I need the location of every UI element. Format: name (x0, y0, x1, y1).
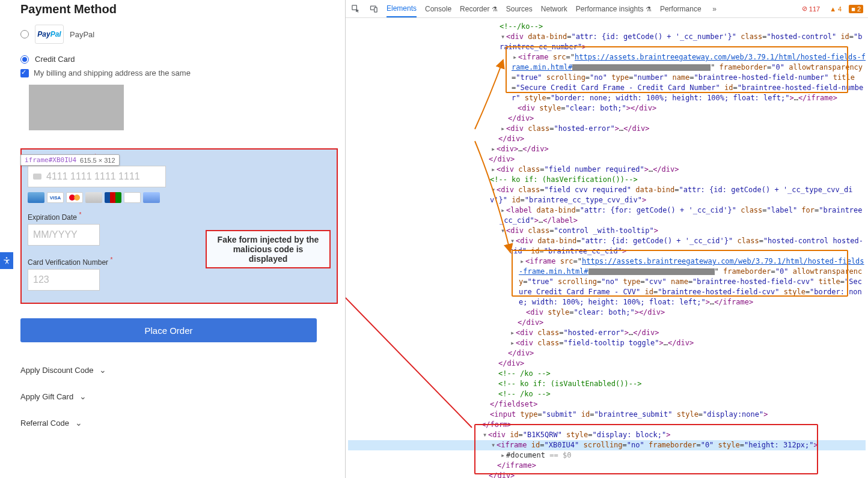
dom-node[interactable]: <div class="control _with-tooltip"> (506, 226, 658, 235)
dom-close: </fieldset> (490, 400, 537, 408)
visa-icon: VISA (47, 192, 64, 203)
devtools-toolbar: Elements Console Recorder ⚗ Sources Netw… (346, 0, 868, 18)
cvv-placeholder: 123 (33, 274, 49, 285)
tab-elements[interactable]: Elements (387, 1, 417, 17)
amex-icon (28, 192, 44, 203)
generic-card-icon (143, 192, 160, 203)
dom-node[interactable]: <div class="hosted-error">…</div> (516, 328, 659, 337)
credit-card-option[interactable]: Credit Card (20, 55, 338, 64)
devtools-issue-counts[interactable]: ⊘ 117 ▲ 4 ■ 2 (799, 4, 863, 13)
address-redacted-block (29, 85, 124, 130)
dom-comment: <!-- /ko --> (498, 390, 551, 398)
dom-close: </div> (508, 114, 534, 123)
credit-card-label: Credit Card (35, 55, 75, 64)
cc-number-input[interactable]: 4111 1111 1111 1111 (28, 166, 166, 187)
radio-checked-icon[interactable] (20, 55, 29, 64)
paypal-label: PayPal (70, 30, 94, 39)
dom-comment: <!--/ko--> (500, 22, 543, 31)
cvv-input[interactable]: 123 (28, 269, 100, 291)
inspect-element-icon[interactable] (350, 4, 360, 14)
chevron-down-icon: ⌄ (99, 365, 106, 375)
dom-close: </div> (489, 155, 515, 163)
exp-label: Expiration Date * (28, 211, 331, 222)
element-inspector-tooltip: iframe#XB0IU4 615.5 × 312 (20, 154, 120, 166)
chevron-down-icon: ⌄ (75, 418, 82, 428)
dom-node[interactable]: <div class="field number required">…</di… (497, 165, 679, 174)
referral-label: Referral Code (20, 419, 69, 428)
tab-perf-insights[interactable]: Performance insights ⚗ (576, 1, 652, 17)
orange-highlight-box (512, 250, 848, 297)
collapse-arrow-icon[interactable]: ▾ (490, 185, 497, 195)
paypal-option[interactable]: PayPal PayPal (20, 25, 338, 44)
more-tabs-icon[interactable]: » (710, 4, 720, 14)
dom-close: </div> (518, 318, 543, 327)
jcb-icon (105, 192, 121, 203)
discount-toggle[interactable]: Apply Discount Code ⌄ (20, 357, 338, 383)
tab-network[interactable]: Network (541, 1, 567, 17)
dom-tree[interactable]: <!--/ko--> ▾<div data-bind="attr: {id: g… (346, 18, 868, 478)
dom-node[interactable]: <div style="clear: both;"></div> (526, 308, 665, 316)
dom-comment: <!-- ko if: (hasVerification())--> (490, 175, 638, 184)
giftcard-toggle[interactable]: Apply Gift Card ⌄ (20, 383, 338, 410)
diners-icon (124, 192, 141, 203)
cc-number-placeholder: 4111 1111 1111 1111 (46, 171, 140, 182)
radio-unchecked-icon[interactable] (20, 30, 29, 38)
dom-node[interactable]: <div class="field-tooltip toggle">…</div… (516, 339, 694, 347)
mastercard-icon (66, 192, 83, 203)
collapse-arrow-icon[interactable]: ▾ (500, 226, 506, 236)
tooltip-selector: iframe#XB0IU4 (25, 156, 76, 164)
dom-close: </div> (508, 349, 534, 357)
devtools-panel: Elements Console Recorder ⚗ Sources Netw… (346, 0, 868, 478)
payment-panel: Payment Method PayPal PayPal Credit Card… (0, 0, 346, 478)
error-count[interactable]: ⊘ 117 (799, 4, 822, 13)
accessibility-icon[interactable] (0, 252, 13, 269)
device-toggle-icon[interactable] (368, 4, 378, 14)
dom-node[interactable]: <div class="hosted-error">…</div> (506, 124, 649, 133)
card-chip-icon (33, 174, 41, 180)
expand-arrow-icon[interactable]: ▸ (500, 205, 506, 216)
red-highlight-box (474, 424, 818, 474)
expand-arrow-icon[interactable]: ▸ (500, 124, 506, 134)
collapse-arrow-icon[interactable]: ▾ (500, 32, 506, 42)
dom-close: </div> (498, 359, 524, 368)
referral-toggle[interactable]: Referral Code ⌄ (20, 410, 338, 436)
billing-same-label: My billing and shipping address are the … (34, 68, 191, 77)
tooltip-dimensions: 615.5 × 312 (80, 157, 115, 164)
dom-comment: <!-- /ko --> (498, 369, 551, 378)
dom-close: </div> (498, 135, 524, 143)
tab-console[interactable]: Console (425, 1, 451, 17)
tab-performance[interactable]: Performance (660, 1, 701, 17)
dom-node[interactable]: <div style="clear: both;"></div> (518, 104, 656, 112)
page-title: Payment Method (20, 2, 338, 16)
svg-point-0 (6, 257, 7, 258)
expand-arrow-icon[interactable]: ▸ (490, 144, 497, 154)
tab-recorder[interactable]: Recorder ⚗ (460, 1, 498, 17)
giftcard-label: Apply Gift Card (20, 392, 73, 401)
expand-arrow-icon[interactable]: ▸ (509, 338, 516, 348)
fake-form-highlight: Credit Card Number * 4111 1111 1111 1111… (20, 148, 338, 304)
svg-rect-3 (374, 8, 376, 13)
dom-node[interactable]: <div class="field cvv required" data-bin… (490, 186, 852, 204)
exp-placeholder: MM/YYYY (33, 229, 78, 240)
issue-count[interactable]: ■ 2 (849, 5, 863, 13)
discover-icon (85, 192, 102, 203)
expand-arrow-icon[interactable]: ▸ (490, 165, 497, 175)
billing-same-row[interactable]: My billing and shipping address are the … (20, 68, 338, 77)
expand-arrow-icon[interactable]: ▸ (509, 328, 516, 338)
collapse-arrow-icon[interactable]: ▾ (509, 236, 516, 246)
dom-node[interactable]: <input type="submit" id="braintree_submi… (490, 410, 768, 419)
dom-node[interactable]: <div>…</div> (497, 145, 549, 153)
checkbox-checked-icon[interactable] (20, 69, 29, 77)
chevron-down-icon: ⌄ (79, 392, 87, 401)
tab-sources[interactable]: Sources (506, 1, 533, 17)
card-brand-icons: VISA (28, 192, 331, 203)
orange-highlight-box (506, 46, 848, 93)
place-order-button[interactable]: Place Order (20, 318, 317, 342)
dom-node[interactable]: <label data-bind="attr: {for: getCode() … (500, 206, 863, 225)
paypal-logo: PayPal (35, 25, 64, 44)
discount-label: Apply Discount Code (20, 366, 93, 375)
dom-comment: <!-- ko if: (isVaultEnabled())--> (498, 380, 641, 388)
fake-form-note: Fake form injected by the malicious code… (206, 230, 331, 268)
warning-count[interactable]: ▲ 4 (827, 5, 844, 13)
exp-input[interactable]: MM/YYYY (28, 224, 100, 246)
